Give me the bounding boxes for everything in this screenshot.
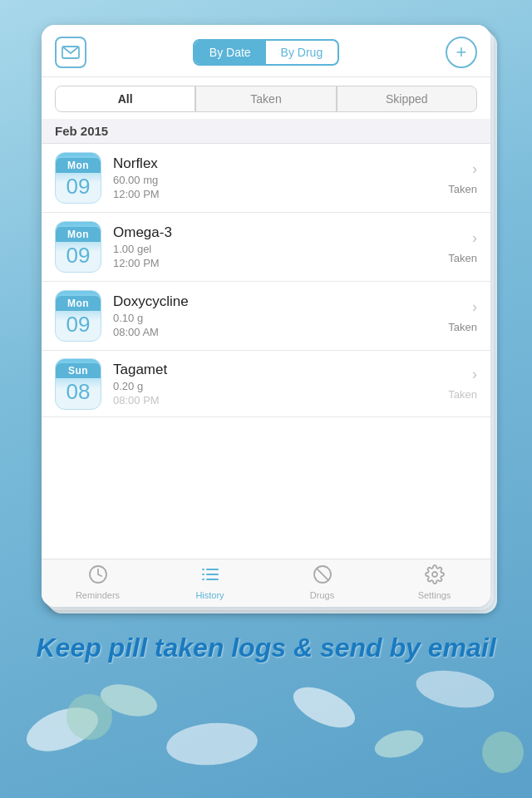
med-dose-1: 1.00 gel <box>113 243 427 255</box>
med-name-2: Doxycycline <box>113 293 427 310</box>
tab-drugs-label: Drugs <box>310 590 334 600</box>
med-info-1: Omega-3 1.00 gel 12:00 PM <box>113 224 427 269</box>
day-num-1: 09 <box>66 244 91 268</box>
gear-icon <box>425 564 445 588</box>
app-card-wrapper: By Date By Drug + All Taken Skipped Feb … <box>42 25 490 607</box>
day-name-3: Sun <box>56 363 101 378</box>
chevron-icon-0: › <box>472 161 477 176</box>
clock-icon <box>88 564 108 588</box>
svg-line-9 <box>316 569 328 580</box>
med-time-3: 08:00 PM <box>113 394 427 406</box>
add-button[interactable]: + <box>446 37 477 68</box>
tab-settings-label: Settings <box>418 590 451 600</box>
med-name-3: Tagamet <box>113 362 427 378</box>
day-name-0: Mon <box>56 158 101 173</box>
chevron-icon-2: › <box>472 299 477 314</box>
mail-icon <box>62 46 80 59</box>
med-dose-2: 0.10 g <box>113 312 427 324</box>
by-drug-button[interactable]: By Drug <box>266 41 338 64</box>
by-date-button[interactable]: By Date <box>195 41 266 64</box>
filter-all[interactable]: All <box>55 86 195 112</box>
day-name-2: Mon <box>56 296 101 311</box>
med-right-2: › Taken <box>427 299 477 333</box>
med-time-2: 08:00 AM <box>113 326 427 338</box>
status-0: Taken <box>448 183 477 195</box>
med-right-1: › Taken <box>427 230 477 264</box>
med-time-0: 12:00 PM <box>113 188 427 200</box>
tab-reminders[interactable]: Reminders <box>42 564 154 600</box>
app-card: By Date By Drug + All Taken Skipped Feb … <box>42 25 490 607</box>
promo-text: Keep pill taken logs & send by email <box>11 632 520 663</box>
medication-list: Mon 09 Norflex 60.00 mg 12:00 PM › Taken… <box>42 144 490 559</box>
status-1: Taken <box>448 252 477 264</box>
med-info-3: Tagamet 0.20 g 08:00 PM <box>113 362 427 406</box>
med-item-3[interactable]: Sun 08 Tagamet 0.20 g 08:00 PM › Taken <box>42 351 490 417</box>
tab-history-label: History <box>195 590 224 600</box>
pill-icon <box>313 564 332 588</box>
day-num-2: 09 <box>66 313 91 337</box>
med-dose-0: 60.00 mg <box>113 174 427 186</box>
tab-reminders-label: Reminders <box>76 590 120 600</box>
date-badge-3: Sun 08 <box>55 358 101 410</box>
med-info-0: Norflex 60.00 mg 12:00 PM <box>113 155 427 200</box>
mail-button[interactable] <box>55 37 86 68</box>
filter-tabs: All Taken Skipped <box>42 77 490 119</box>
tab-settings[interactable]: Settings <box>378 564 490 600</box>
med-right-0: › Taken <box>427 161 477 195</box>
promo-section: Keep pill taken logs & send by email <box>0 615 532 798</box>
med-name-0: Norflex <box>113 155 427 172</box>
med-dose-3: 0.20 g <box>113 380 427 392</box>
tab-drugs[interactable]: Drugs <box>266 564 378 600</box>
med-item-0[interactable]: Mon 09 Norflex 60.00 mg 12:00 PM › Taken <box>42 144 490 213</box>
med-time-1: 12:00 PM <box>113 257 427 269</box>
med-item-1[interactable]: Mon 09 Omega-3 1.00 gel 12:00 PM › Taken <box>42 213 490 282</box>
tab-bar: Reminders History <box>42 559 490 607</box>
date-badge-1: Mon 09 <box>55 221 101 273</box>
med-info-2: Doxycycline 0.10 g 08:00 AM <box>113 293 427 338</box>
date-badge-2: Mon 09 <box>55 290 101 342</box>
month-header: Feb 2015 <box>42 119 490 144</box>
day-name-1: Mon <box>56 227 101 242</box>
status-3: Taken <box>448 388 477 401</box>
status-2: Taken <box>448 321 477 333</box>
app-header: By Date By Drug + <box>42 25 490 77</box>
med-name-1: Omega-3 <box>113 224 427 241</box>
med-item-2[interactable]: Mon 09 Doxycycline 0.10 g 08:00 AM › Tak… <box>42 282 490 351</box>
filter-taken[interactable]: Taken <box>195 86 336 112</box>
date-badge-0: Mon 09 <box>55 152 101 204</box>
chevron-icon-1: › <box>472 230 477 245</box>
chevron-icon-3: › <box>472 367 477 382</box>
day-num-3: 08 <box>66 380 91 404</box>
view-toggle: By Date By Drug <box>193 39 339 66</box>
svg-point-10 <box>432 572 437 577</box>
tab-history[interactable]: History <box>154 564 266 600</box>
med-right-3: › Taken <box>427 367 477 401</box>
filter-skipped[interactable]: Skipped <box>337 86 477 112</box>
list-icon <box>200 564 220 588</box>
day-num-0: 09 <box>66 175 91 199</box>
